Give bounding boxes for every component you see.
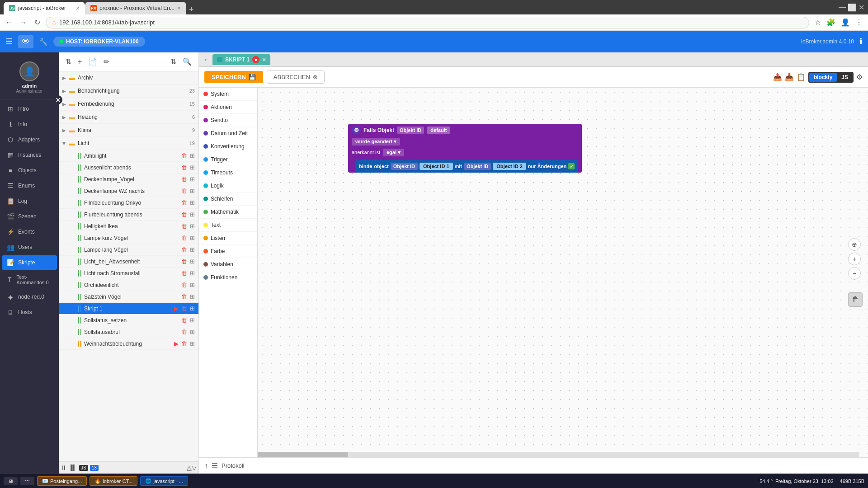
toolbox-konvertierung[interactable]: Konvertierung bbox=[199, 140, 257, 153]
block-canvas[interactable]: ⚙ Falls Objekt Objekt ID default wurde g… bbox=[258, 88, 868, 457]
save-button[interactable]: SPEICHERN 💾 bbox=[204, 71, 263, 83]
script-skript1[interactable]: Skript 1 ▶ 🗑 ⊞ bbox=[59, 303, 198, 314]
sidebar-item-objects[interactable]: ≡ Objects bbox=[2, 163, 57, 178]
browser-tab-active[interactable]: JS javascript - ioBroker × bbox=[4, 2, 85, 14]
edit-licht-abwesenheit-icon[interactable]: ⊞ bbox=[190, 258, 195, 265]
sidebar-item-log[interactable]: 📋 Log bbox=[2, 194, 57, 208]
add-folder-button[interactable]: + bbox=[75, 56, 84, 67]
delete-weihnacht-icon[interactable]: 🗑 bbox=[181, 340, 187, 347]
tab2-close-btn[interactable]: × bbox=[177, 5, 181, 12]
edit-skript1-icon[interactable]: ⊞ bbox=[190, 305, 195, 312]
delete-sollstatus-icon[interactable]: 🗑 bbox=[181, 317, 187, 324]
toolbox-aktionen[interactable]: Aktionen bbox=[199, 101, 257, 114]
delete-ambilight-icon[interactable]: 🗑 bbox=[181, 152, 187, 159]
script-licht-abwesenheit[interactable]: Licht_bei_Abwesenheit 🗑 ⊞ bbox=[59, 256, 198, 267]
edit-helligkeit-icon[interactable]: ⊞ bbox=[190, 223, 195, 230]
sidebar-item-node-red[interactable]: ◈ node-red.0 bbox=[2, 290, 57, 304]
script-salzstein[interactable]: Salzstein Vögel 🗑 ⊞ bbox=[59, 291, 198, 303]
settings-icon[interactable]: ⚙ bbox=[856, 73, 863, 81]
script-tab-close-btn[interactable]: × bbox=[262, 56, 266, 63]
sidebar-item-users[interactable]: 👥 Users bbox=[2, 240, 57, 254]
trigger-block-changed[interactable]: wurde geändert ▾ bbox=[352, 138, 400, 145]
delete-lampe-kurz-icon[interactable]: 🗑 bbox=[181, 235, 187, 241]
trash-can-button[interactable]: 🗑 bbox=[848, 292, 863, 307]
cancel-button[interactable]: ABBRECHEN ⊗ bbox=[267, 70, 325, 84]
menu-icon[interactable]: ☰ bbox=[5, 37, 13, 47]
folder-heizung[interactable]: ▶ ▬ Heizung 6 bbox=[59, 111, 198, 124]
script-deckenlampe-wz[interactable]: Deckenlampe WZ nachts 🗑 ⊞ bbox=[59, 185, 198, 197]
folder-licht[interactable]: ▶ ▬ Licht 19 bbox=[59, 137, 198, 150]
script-ambilight[interactable]: Ambilight 🗑 ⊞ bbox=[59, 150, 198, 162]
delete-licht-stromausfall-icon[interactable]: 🗑 bbox=[181, 270, 187, 277]
menu-button[interactable]: ⋮ bbox=[854, 16, 864, 28]
bind-checkbox[interactable]: ✓ bbox=[568, 163, 575, 169]
taskbar-apps-button[interactable]: ⋯ bbox=[20, 477, 34, 485]
bind-field1-value[interactable]: Object ID 1 bbox=[420, 163, 453, 170]
delete-lampe-lang-icon[interactable]: 🗑 bbox=[181, 246, 187, 253]
protokoll-expand-icon[interactable]: ↑ bbox=[204, 462, 208, 470]
toolbox-datum-uhrzeit[interactable]: Datum und Zeit bbox=[199, 127, 257, 140]
compass-icon[interactable]: ⊕ bbox=[848, 238, 861, 251]
toolbox-mathematik[interactable]: Mathematik bbox=[199, 206, 257, 219]
blockly-mode-option[interactable]: blockly bbox=[809, 73, 837, 82]
edit-aussenlicht-icon[interactable]: ⊞ bbox=[190, 164, 195, 171]
delete-deckenlampe-wz-icon[interactable]: 🗑 bbox=[181, 188, 187, 194]
script-weihnacht[interactable]: Weihnachtsbeleuchtung ▶ 🗑 ⊞ bbox=[59, 338, 198, 350]
script-sollstatus-setzen[interactable]: Sollstatus_setzen 🗑 ⊞ bbox=[59, 314, 198, 326]
edit-deckenlampe-wz-icon[interactable]: ⊞ bbox=[190, 188, 195, 194]
tab-back-button[interactable]: ← bbox=[201, 56, 212, 63]
zoom-out-button[interactable]: − bbox=[848, 267, 861, 280]
forward-button[interactable]: → bbox=[18, 18, 29, 28]
delete-skript1-icon[interactable]: 🗑 bbox=[181, 305, 187, 312]
sidebar-item-events[interactable]: ⚡ Events bbox=[2, 225, 57, 239]
folder-benachrichtigung[interactable]: ▶ ▬ Benachrichtigung 23 bbox=[59, 84, 198, 98]
script-filmbeleuchtung[interactable]: Filmbeleuchtung Onkyo 🗑 ⊞ bbox=[59, 197, 198, 209]
toolbox-system[interactable]: System bbox=[199, 88, 257, 101]
bind-block[interactable]: binde object Objekt ID Object ID 1 mit O… bbox=[355, 160, 578, 173]
trigger-block-ack-value[interactable]: egal ▾ bbox=[383, 149, 404, 156]
toolbox-variablen[interactable]: Variablen bbox=[199, 258, 257, 271]
edit-salzstein-icon[interactable]: ⊞ bbox=[190, 293, 195, 300]
browser-tab-2[interactable]: PX proxnuc - Proxmox Virtual En... × bbox=[85, 2, 186, 14]
sidebar-item-text-kommandos[interactable]: T Text- Kommandos.0 bbox=[2, 271, 57, 289]
zoom-in-button[interactable]: + bbox=[848, 253, 861, 265]
delete-helligkeit-icon[interactable]: 🗑 bbox=[181, 223, 187, 230]
taskbar-javascript-button[interactable]: 🌐 javascript - ... bbox=[140, 476, 188, 486]
address-bar[interactable]: ⚠ 192.168.100.14:8081/#tab-javascript bbox=[46, 17, 809, 28]
toolbox-farbe[interactable]: Farbe bbox=[199, 245, 257, 258]
delete-salzstein-icon[interactable]: 🗑 bbox=[181, 293, 187, 300]
edit-sollstatus-icon[interactable]: ⊞ bbox=[190, 317, 195, 324]
import-icon[interactable]: 📥 bbox=[785, 73, 794, 81]
toolbox-logik[interactable]: Logik bbox=[199, 179, 257, 192]
back-button[interactable]: ← bbox=[4, 18, 14, 28]
script-lampe-lang[interactable]: Lampe lang Vögel 🗑 ⊞ bbox=[59, 244, 198, 256]
reload-button[interactable]: ↻ bbox=[33, 17, 42, 28]
edit-licht-stromausfall-icon[interactable]: ⊞ bbox=[190, 270, 195, 277]
add-file-button[interactable]: 📄 bbox=[86, 56, 99, 67]
sidebar-item-intro[interactable]: ⊞ Intro bbox=[2, 102, 57, 116]
export-icon[interactable]: 📤 bbox=[773, 73, 782, 81]
horizontal-scrollbar[interactable] bbox=[258, 452, 859, 457]
toolbox-trigger[interactable]: Trigger bbox=[199, 153, 257, 166]
delete-orchideenlicht-icon[interactable]: 🗑 bbox=[181, 282, 187, 288]
edit-lampe-lang-icon[interactable]: ⊞ bbox=[190, 246, 195, 253]
sidebar-item-adapters[interactable]: ⬡ Adapters bbox=[2, 132, 57, 147]
share-icon[interactable]: 📋 bbox=[797, 73, 806, 81]
edit-weihnacht-icon[interactable]: ⊞ bbox=[190, 340, 195, 347]
delete-deckenlampe-icon[interactable]: 🗑 bbox=[181, 176, 187, 183]
script-aussenlicht[interactable]: Aussenlicht abends 🗑 ⊞ bbox=[59, 162, 198, 174]
script-lampe-kurz[interactable]: Lampe kurz Vögel 🗑 ⊞ bbox=[59, 232, 198, 244]
delete-sollstatusabruf-icon[interactable]: 🗑 bbox=[181, 328, 187, 335]
toolbox-funktionen[interactable]: Funktionen bbox=[199, 271, 257, 284]
sort-alpha-button[interactable]: ⇅ bbox=[168, 56, 179, 67]
toolbox-sendto[interactable]: Sendto bbox=[199, 114, 257, 127]
toolbox-schleifen[interactable]: Schleifen bbox=[199, 192, 257, 206]
edit-file-button[interactable]: ✏ bbox=[101, 56, 112, 67]
script-helligkeit-ikea[interactable]: Helligkeit Ikea 🗑 ⊞ bbox=[59, 221, 198, 232]
script-deckenlampe-vogel[interactable]: Deckenlampe_Vögel 🗑 ⊞ bbox=[59, 174, 198, 185]
toolbox-listen[interactable]: Listen bbox=[199, 232, 257, 245]
toolbox-timeouts[interactable]: Timeouts bbox=[199, 166, 257, 179]
wrench-icon[interactable]: 🔧 bbox=[39, 38, 48, 46]
sidebar-item-szenen[interactable]: 🎬 Szenen bbox=[2, 209, 57, 224]
folder-archiv[interactable]: ▶ ▬ Archiv bbox=[59, 71, 198, 84]
